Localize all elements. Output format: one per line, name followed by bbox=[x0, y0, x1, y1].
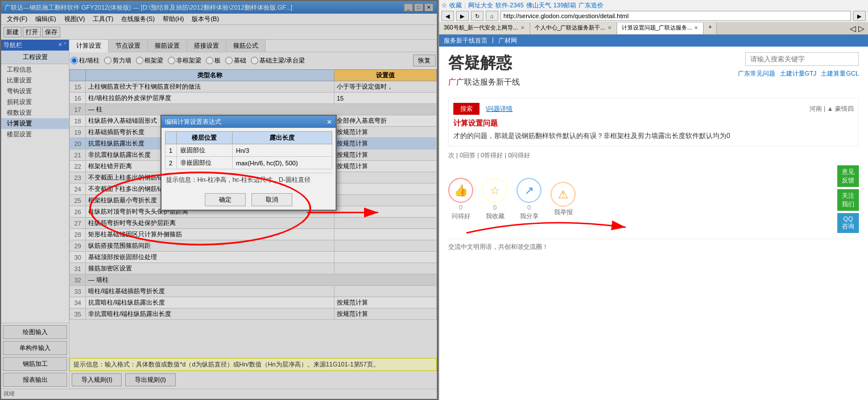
bookmark-weather[interactable]: 佛山天气 bbox=[526, 1, 551, 10]
bookmark-favorites[interactable]: 收藏 bbox=[449, 1, 462, 10]
dialog-row: 1 嵌固部位 Hn/3 bbox=[166, 144, 332, 157]
collect-count: 0 bbox=[493, 204, 497, 211]
browser-toolbar: ☆ 收藏 | 网址大全 软件-2345 佛山天气 139邮箱 广东造价 ◀ ▶ … bbox=[439, 0, 868, 23]
right-action-buttons: 意见 反馈 关注 我们 QQ 咨询 bbox=[837, 165, 859, 233]
dialog-confirm-btn[interactable]: 确定 bbox=[205, 193, 246, 206]
action-share: ↗ 0 我分享 bbox=[516, 178, 542, 220]
browser-ctrl-back[interactable]: ◁ bbox=[850, 24, 856, 33]
company-tag: 广广联达服务新干线 bbox=[448, 77, 520, 88]
tag-guangdong[interactable]: 广东常见问题 bbox=[738, 69, 775, 78]
search-btn[interactable]: 搜索 bbox=[453, 103, 480, 115]
question-text: 才的的问题，那就是说钢筋翻样软件默认的有误？非框架柱及剪力墙露出长度软件默认均为… bbox=[453, 131, 854, 141]
bookmark-email[interactable]: 139邮箱 bbox=[553, 1, 576, 10]
site-nav: 服务新干线首页 | 广材网 bbox=[439, 35, 868, 47]
browser-nav: ◀ ▶ ↻ ⌂ ▶ bbox=[441, 11, 866, 21]
dialog-col-floor: 楼层位置 bbox=[177, 132, 233, 144]
bookmark-price[interactable]: 广东造价 bbox=[578, 1, 604, 10]
refresh-btn[interactable]: ↻ bbox=[471, 11, 483, 21]
dialog-title-bar: 编辑计算设置表达式 ✕ bbox=[162, 116, 336, 128]
bookmark-urls[interactable]: 网址大全 bbox=[468, 1, 493, 10]
tag-links: 广东常见问题 土建计量GTJ 土建算量GCL bbox=[738, 69, 859, 78]
tab-close-2[interactable]: ✕ bbox=[694, 25, 698, 31]
browser-tab-0[interactable]: 360号航_新一代安全上网导...✕ bbox=[439, 23, 530, 34]
bookmark-software[interactable]: 软件-2345 bbox=[495, 1, 524, 10]
question-section: 搜索 \问题详情 河南 | ▲ 豪情四 计算设置问题 才的的问题，那就是说钢筋翻… bbox=[448, 98, 859, 147]
browser-ctrl-forward[interactable]: ▷ bbox=[858, 24, 865, 33]
question-meta: 河南 | ▲ 豪情四 bbox=[809, 105, 854, 113]
dialog-cancel-btn[interactable]: 取消 bbox=[251, 193, 292, 206]
tab-close-0[interactable]: ✕ bbox=[520, 25, 525, 31]
tab-close-1[interactable]: ✕ bbox=[607, 25, 612, 31]
site-nav-material[interactable]: 广材网 bbox=[498, 36, 517, 45]
software-window: 广联达—钢筋施工翻样软件 GFY2012(体验版) — [D:\预结算及抽筋\2… bbox=[0, 0, 438, 400]
share-label: 我分享 bbox=[520, 212, 539, 220]
dialog-buttons: 确定 取消 bbox=[162, 190, 336, 210]
dialog-title-text: 编辑计算设置表达式 bbox=[165, 118, 221, 126]
question-detail-link[interactable]: \问题详情 bbox=[486, 105, 512, 112]
browser-tab-2[interactable]: 计算设置问题_广联达服务...✕ bbox=[617, 23, 704, 34]
actions-row: 👍 0 问得好 ☆ 0 我收藏 ↗ 0 我分享 ⚠ 我举报 bbox=[448, 165, 859, 233]
action-collect: ☆ 0 我收藏 bbox=[482, 178, 507, 220]
report-label: 我举报 bbox=[554, 208, 573, 216]
dialog-content: 楼层位置 露出长度 1 嵌固部位 Hn/3 2 非嵌固部位 max(Hn/6, … bbox=[162, 128, 336, 190]
dialog-hint: 提示信息：Hn-柱净高，hc-柱长边尺寸，D-圆柱直径 bbox=[165, 173, 332, 186]
star-icon[interactable]: ☆ bbox=[482, 178, 507, 203]
footer-note: 交流中文明用语，共创和谐交流圈！ bbox=[448, 239, 859, 251]
browser-window: ☆ 收藏 | 网址大全 软件-2345 佛山天气 139邮箱 广东造价 ◀ ▶ … bbox=[438, 0, 868, 400]
browser-tab-1[interactable]: 个人中心_广联达服务新干...✕ bbox=[530, 23, 617, 34]
page-body: 答疑解惑 广广联达服务新干线 广东常见问题 土建计量GTJ 土建算量GCL bbox=[439, 47, 868, 400]
thumb-up-icon[interactable]: 👍 bbox=[448, 178, 473, 203]
site-nav-home[interactable]: 服务新干线首页 bbox=[444, 36, 487, 45]
back-btn[interactable]: ◀ bbox=[441, 11, 454, 21]
collect-label: 我收藏 bbox=[486, 212, 505, 220]
web-search-input[interactable] bbox=[745, 52, 859, 66]
browser-bookmarks: ☆ 收藏 | 网址大全 软件-2345 佛山天气 139邮箱 广东造价 bbox=[441, 1, 866, 10]
feedback-btn[interactable]: 意见 反馈 bbox=[837, 165, 859, 187]
report-icon[interactable]: ⚠ bbox=[551, 182, 576, 207]
search-area: 广东常见问题 土建计量GTJ 土建算量GCL bbox=[738, 52, 859, 84]
good-count: 0 bbox=[459, 204, 462, 211]
dialog-close-btn[interactable]: ✕ bbox=[326, 118, 332, 126]
home-btn[interactable]: ⌂ bbox=[486, 11, 498, 21]
page-header: 答疑解惑 广广联达服务新干线 广东常见问题 土建计量GTJ 土建算量GCL bbox=[448, 52, 859, 93]
page-big-title: 答疑解惑 bbox=[448, 52, 520, 74]
browser-tab-new[interactable]: + bbox=[704, 23, 717, 34]
browser-tabs: 360号航_新一代安全上网导...✕ 个人中心_广联达服务新干...✕ 计算设置… bbox=[439, 23, 868, 35]
question-title: 计算设置问题 bbox=[453, 118, 854, 128]
share-count: 0 bbox=[527, 204, 531, 211]
edit-expression-dialog: 编辑计算设置表达式 ✕ 楼层位置 露出长度 1 嵌固部位 Hn/3 bbox=[160, 115, 337, 211]
dialog-table: 楼层位置 露出长度 1 嵌固部位 Hn/3 2 非嵌固部位 max(Hn/6, … bbox=[165, 131, 332, 169]
address-bar[interactable] bbox=[501, 11, 851, 21]
action-good-question: 👍 0 问得好 bbox=[448, 178, 473, 220]
question-header: 搜索 \问题详情 河南 | ▲ 豪情四 bbox=[453, 103, 854, 115]
follow-btn[interactable]: 关注 我们 bbox=[837, 189, 859, 211]
dialog-row: 2 非嵌固部位 max(Hn/6, hc(D), 500) bbox=[166, 157, 332, 169]
action-report: ⚠ 我举报 bbox=[551, 182, 576, 216]
qq-btn[interactable]: QQ 咨询 bbox=[837, 213, 859, 233]
browser-controls: ◁ ▷ bbox=[846, 23, 868, 34]
good-label: 问得好 bbox=[452, 212, 470, 220]
tag-gcl[interactable]: 土建算量GCL bbox=[821, 69, 859, 78]
forward-btn[interactable]: ▶ bbox=[456, 11, 469, 21]
stats-row: 次 | 0回答 | 0答得好 | 0问得好 bbox=[448, 151, 859, 160]
page-left-header: 答疑解惑 广广联达服务新干线 bbox=[448, 52, 520, 93]
share-icon[interactable]: ↗ bbox=[516, 178, 542, 203]
search-action-area: 搜索 \问题详情 bbox=[453, 103, 512, 115]
dialog-col-length: 露出长度 bbox=[232, 132, 332, 144]
browser-content: 服务新干线首页 | 广材网 答疑解惑 广广联达服务新干线 广东常见问题 土建计量… bbox=[439, 35, 868, 400]
tag-gtj[interactable]: 土建计量GTJ bbox=[780, 69, 817, 78]
go-btn[interactable]: ▶ bbox=[853, 11, 866, 21]
